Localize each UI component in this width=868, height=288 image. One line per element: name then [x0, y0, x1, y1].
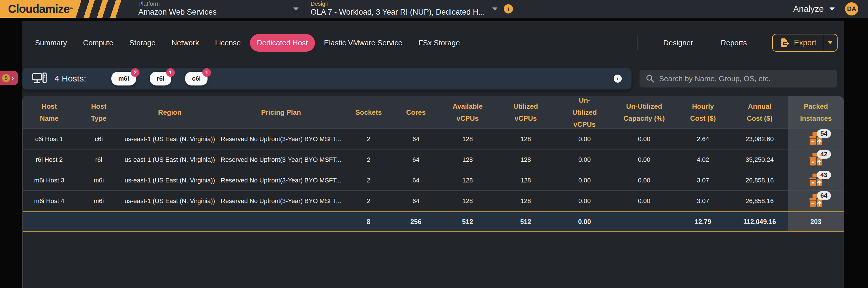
hosts-table: Host Name Host Type Region Pricing Plan … [22, 96, 844, 288]
cell-unutilized-vcpus: 0.00 [555, 191, 614, 211]
column-header-unutilized-vcpus[interactable]: Un-Utilized vCPUs [555, 96, 614, 129]
tab-fsx-storage[interactable]: FSx Storage [412, 34, 467, 52]
chip-r6i[interactable]: r6i 1 [150, 72, 172, 86]
design-dropdown[interactable]: Design OLA 7 - Workload, 3 Year RI (NUP)… [311, 0, 485, 18]
cell-host-type: m6i [76, 191, 122, 211]
cell-available-vcpus: 128 [439, 170, 496, 190]
totals-utilized-vcpus: 512 [496, 212, 555, 231]
designer-link[interactable]: Designer [650, 38, 707, 47]
table-empty-area [23, 232, 844, 288]
platform-value: Amazon Web Services [138, 7, 276, 17]
packed-instances-icon[interactable]: 54 [809, 132, 824, 147]
column-header-utilized-vcpus[interactable]: Utilized vCPUs [496, 96, 555, 129]
tab-bar: Summary Compute Storage Network License … [22, 31, 844, 55]
packed-instances-icon[interactable]: 64 [809, 194, 824, 209]
column-header-region[interactable]: Region [122, 96, 218, 129]
export-main[interactable]: Export [773, 34, 823, 51]
cell-region: us-east-1 (US East (N. Virginia)) [122, 129, 218, 149]
logo: Cloudamize™ [0, 0, 123, 18]
cell-cores: 64 [393, 150, 439, 170]
tab-license[interactable]: License [208, 34, 248, 52]
totals-unutilized-capacity [614, 212, 674, 231]
column-header-host-type[interactable]: Host Type [76, 96, 122, 129]
column-header-host-name[interactable]: Host Name [23, 96, 76, 129]
chevron-down-icon[interactable] [293, 7, 299, 11]
cell-region: us-east-1 (US East (N. Virginia)) [122, 150, 218, 170]
chip-count-badge: 1 [203, 68, 211, 77]
cell-hourly-cost: 3.07 [674, 170, 732, 190]
search-input[interactable] [659, 74, 831, 83]
chip-c6i[interactable]: c6i 1 [185, 72, 208, 86]
analyze-menu[interactable]: Analyze [793, 4, 835, 14]
packed-instances-icon[interactable]: 42 [809, 152, 824, 167]
cell-unutilized-capacity: 0.00 [614, 150, 674, 170]
avatar[interactable]: DA [845, 2, 858, 15]
table-row[interactable]: m6i Host 3 m6i us-east-1 (US East (N. Vi… [23, 170, 844, 190]
column-header-unutilized-capacity[interactable]: Un-Utilized Capacity (%) [614, 96, 674, 129]
table-row[interactable]: m6i Host 4 m6i us-east-1 (US East (N. Vi… [23, 190, 844, 211]
cell-host-name: c6i Host 1 [23, 129, 76, 149]
column-header-cores[interactable]: Cores [393, 96, 439, 129]
cell-sockets: 2 [344, 150, 393, 170]
table-row[interactable]: r6i Host 2 r6i us-east-1 (US East (N. Vi… [23, 149, 844, 170]
chip-label: r6i [157, 75, 164, 82]
column-header-packed-instances[interactable]: Packed Instances [787, 96, 844, 129]
cell-available-vcpus: 128 [439, 191, 496, 211]
totals-empty [218, 212, 344, 231]
analyze-label: Analyze [793, 4, 824, 14]
cell-host-name: m6i Host 3 [23, 170, 76, 190]
design-value: OLA 7 - Workload, 3 Year RI (NUP), Dedic… [311, 7, 485, 17]
currency-panel-toggle[interactable]: $ › [0, 71, 18, 85]
totals-available-vcpus: 512 [439, 212, 496, 231]
tab-dedicated-host[interactable]: Dedicated Host [250, 34, 315, 52]
design-info-icon[interactable]: i [504, 4, 513, 13]
cell-host-name: m6i Host 4 [23, 191, 76, 211]
search-box[interactable] [640, 70, 837, 88]
reports-link[interactable]: Reports [707, 38, 761, 47]
cell-packed-instances: 42 [787, 150, 844, 170]
packed-count-badge: 54 [817, 129, 831, 138]
hosts-row: 4 Hosts: m6i 2 r6i 1 c6i 1 i [22, 68, 844, 90]
tab-network[interactable]: Network [165, 34, 206, 52]
column-header-pricing-plan[interactable]: Pricing Plan [218, 96, 344, 129]
page: Cloudamize™ Platform Amazon Web Services… [0, 0, 868, 288]
chip-count-badge: 2 [131, 68, 140, 77]
column-header-annual-cost[interactable]: Annual Cost ($) [732, 96, 787, 129]
packed-instances-icon[interactable]: 43 [809, 173, 824, 188]
chip-m6i[interactable]: m6i 2 [112, 72, 136, 86]
cell-sockets: 2 [344, 170, 393, 190]
tab-storage[interactable]: Storage [123, 34, 162, 52]
logo-text: Cloudamize [0, 3, 69, 15]
cell-hourly-cost: 3.07 [674, 191, 732, 211]
column-header-hourly-cost[interactable]: Hourly Cost ($) [674, 96, 732, 129]
chevron-down-icon[interactable] [492, 7, 497, 11]
content-card: Summary Compute Storage Network License … [22, 21, 844, 288]
export-dropdown-toggle[interactable] [823, 34, 837, 51]
column-header-sockets[interactable]: Sockets [344, 96, 393, 129]
cell-host-type: r6i [76, 150, 122, 170]
top-bar: Cloudamize™ Platform Amazon Web Services… [0, 0, 868, 18]
cell-host-type: c6i [76, 129, 122, 149]
hosts-info-icon[interactable]: i [614, 74, 622, 83]
cell-utilized-vcpus: 128 [496, 150, 555, 170]
cell-pricing-plan: Reserved No Upfront(3-Year) BYO MSFT... [218, 191, 344, 211]
export-button[interactable]: Export [772, 34, 838, 52]
cell-pricing-plan: Reserved No Upfront(3-Year) BYO MSFT... [218, 129, 344, 149]
platform-dropdown[interactable]: Platform Amazon Web Services [138, 0, 276, 18]
cell-cores: 64 [393, 170, 439, 190]
tab-elastic-vmware-service[interactable]: Elastic VMware Service [317, 34, 409, 52]
tab-summary[interactable]: Summary [28, 34, 74, 52]
chevron-right-icon: › [11, 74, 14, 82]
table-row[interactable]: c6i Host 1 c6i us-east-1 (US East (N. Vi… [23, 129, 844, 149]
cell-unutilized-vcpus: 0.00 [555, 150, 614, 170]
cell-packed-instances: 54 [787, 129, 844, 149]
chip-label: c6i [192, 75, 201, 82]
logo-trademark: ™ [69, 7, 73, 11]
cell-cores: 64 [393, 191, 439, 211]
nav-divider [638, 35, 638, 50]
cell-annual-cost: 26,858.16 [732, 191, 787, 211]
totals-unutilized-vcpus: 0.00 [555, 212, 614, 231]
tab-compute[interactable]: Compute [76, 34, 120, 52]
chip-count-badge: 1 [166, 68, 175, 77]
column-header-available-vcpus[interactable]: Available vCPUs [439, 96, 496, 129]
